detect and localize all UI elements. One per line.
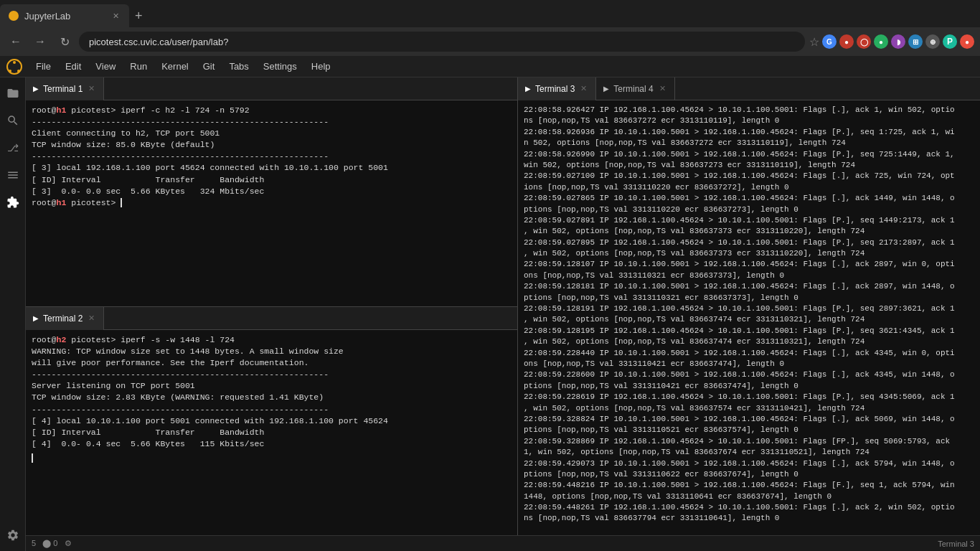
new-tab-button[interactable]: + xyxy=(129,4,149,27)
terminal-1-label: Terminal 1 xyxy=(43,84,83,94)
browser-tab-close[interactable]: ✕ xyxy=(110,11,121,21)
ext-icon-4[interactable]: ● xyxy=(874,34,888,49)
terminal-1-line-6: [ 3] local 192.168.1.100 port 45624 conn… xyxy=(32,163,388,172)
forward-button[interactable]: → xyxy=(30,32,50,52)
menu-git[interactable]: Git xyxy=(196,58,222,75)
t3-l6: 22:08:59.027891 IP 192.168.1.100.45624 >… xyxy=(524,216,955,225)
terminal-1-tab-bar: ▶ Terminal 1 ✕ xyxy=(26,77,517,100)
terminal-2-tab-bar: ▶ Terminal 2 ✕ xyxy=(26,307,517,330)
terminal-3-close[interactable]: ✕ xyxy=(579,84,588,93)
right-tab-bar: ▶ Terminal 3 ✕ ▶ Terminal 4 ✕ xyxy=(518,77,980,100)
status-circle-icon: ⬤ xyxy=(42,539,51,547)
menu-settings[interactable]: Settings xyxy=(256,58,304,75)
status-count: 5 xyxy=(32,539,36,547)
terminal-4-tab[interactable]: ▶ Terminal 4 ✕ xyxy=(596,77,674,100)
ext-icon-5[interactable]: ◗ xyxy=(891,34,905,49)
t3-l3b: win 502, options [nop,nop,TS val 8366372… xyxy=(524,161,855,169)
t2-warn1: WARNING: TCP window size set to 1448 byt… xyxy=(32,347,344,356)
terminal-3-icon: ▶ xyxy=(525,85,531,93)
t3-l5: 22:08:59.027865 IP 10.10.1.100.5001 > 19… xyxy=(524,194,955,202)
terminal-2-body[interactable]: root@h2 picotest> iperf -s -w 1448 -l 72… xyxy=(26,330,517,535)
activity-bar: ⎇ xyxy=(0,77,26,551)
t2-hl: h2 xyxy=(57,335,67,344)
menu-run[interactable]: Run xyxy=(123,58,154,75)
t3-l11: 22:08:59.128195 IP 192.168.1.100.45624 >… xyxy=(524,326,955,335)
sidebar-item-search[interactable] xyxy=(3,110,23,131)
terminal-3-tab[interactable]: ▶ Terminal 3 ✕ xyxy=(518,77,596,100)
t2-line9: [ 4] 0.0- 0.4 sec 5.66 KBytes 115 Kbits/… xyxy=(32,439,264,448)
t3-l8: 22:08:59.128107 IP 10.10.1.100.5001 > 19… xyxy=(524,260,955,268)
back-button[interactable]: ← xyxy=(6,32,26,52)
browser-chrome: JupyterLab ✕ + ← → ↻ ☆ G ● ◯ ● ◗ ⊞ ⊕ P ● xyxy=(0,0,980,56)
t2-line5: TCP window size: 2.83 KByte (WARNING: re… xyxy=(32,392,324,402)
terminal-1-prompt-rest: picotest> iperf -c h2 -l 724 -n 5792 xyxy=(66,105,249,115)
menu-view[interactable]: View xyxy=(88,58,123,75)
browser-tab-title: JupyterLab xyxy=(24,11,70,22)
t2-line3: ----------------------------------------… xyxy=(32,369,329,379)
sidebar-item-property[interactable] xyxy=(3,165,23,185)
menu-kernel[interactable]: Kernel xyxy=(154,58,196,75)
terminal-2-label: Terminal 2 xyxy=(43,314,83,324)
t3-l3: 22:08:58.926990 IP 10.10.1.100.5001 > 19… xyxy=(524,150,955,159)
t3-l10b: , win 502, options [nop,nop,TS val 83663… xyxy=(524,315,864,324)
svg-point-3 xyxy=(17,70,20,72)
t3-l16b: 1, win 502, options [nop,nop,TS val 8366… xyxy=(524,448,870,456)
terminal-1-hl-h1: h1 xyxy=(57,105,67,115)
t3-l16: 22:08:59.328869 IP 192.168.1.100.45624 >… xyxy=(524,437,950,446)
t2-root: root@ xyxy=(32,335,57,344)
t3-l19: 22:08:59.448261 IP 192.168.1.100.45624 >… xyxy=(524,503,955,512)
terminal-4-close[interactable]: ✕ xyxy=(658,84,667,93)
url-input[interactable] xyxy=(79,32,805,52)
terminal-1-icon: ▶ xyxy=(33,85,39,93)
t3-l11b: , win 502, options [nop,nop,TS val 83663… xyxy=(524,337,864,346)
sidebar-item-git[interactable]: ⎇ xyxy=(3,138,23,158)
terminal-4-icon: ▶ xyxy=(603,85,609,93)
reload-button[interactable]: ↻ xyxy=(55,32,75,52)
menu-edit[interactable]: Edit xyxy=(58,58,88,75)
t2-cursor xyxy=(32,453,512,464)
t2-line4: Server listening on TCP port 5001 xyxy=(32,381,195,390)
t3-l15b: ptions [nop,nop,TS val 3313110521 ecr 83… xyxy=(524,425,798,434)
ext-icon-8[interactable]: ● xyxy=(960,34,974,49)
menu-file[interactable]: File xyxy=(29,58,58,75)
terminal-1-line-4: TCP window size: 85.0 KByte (default) xyxy=(32,140,215,149)
sidebar-item-folder[interactable] xyxy=(3,83,23,103)
terminal-1-prompt2-root: root@ xyxy=(32,198,57,207)
user-avatar[interactable]: P xyxy=(943,34,957,49)
t3-l4b: ions [nop,nop,TS val 3313110220 ecr 8366… xyxy=(524,183,789,192)
t3-l6b: , win 502, options [nop,nop,TS val 83663… xyxy=(524,227,864,235)
ext-icon-7[interactable]: ⊕ xyxy=(925,34,940,49)
ext-icon-2[interactable]: ● xyxy=(839,34,854,49)
browser-tab-active[interactable]: JupyterLab ✕ xyxy=(0,4,129,27)
terminal-2-tab[interactable]: ▶ Terminal 2 ✕ xyxy=(26,307,104,330)
status-terminal-label: Terminal 3 xyxy=(938,540,974,548)
browser-tab-bar: JupyterLab ✕ + xyxy=(0,0,980,27)
terminal-1-body[interactable]: root@h1 picotest> iperf -c h2 -l 724 -n … xyxy=(26,100,517,306)
t3-l9: 22:08:59.128181 IP 10.10.1.100.5001 > 19… xyxy=(524,282,955,291)
menu-help[interactable]: Help xyxy=(304,58,338,75)
t3-l7: 22:08:59.027895 IP 192.168.1.100.45624 >… xyxy=(524,238,955,247)
terminal-3-body[interactable]: 22:08:58.926427 IP 192.168.1.100.45624 >… xyxy=(518,100,980,535)
terminal-2-icon: ▶ xyxy=(33,314,39,322)
terminal-1-tab[interactable]: ▶ Terminal 1 ✕ xyxy=(26,77,104,100)
menu-tabs[interactable]: Tabs xyxy=(222,58,255,75)
jupyter-logo xyxy=(6,58,23,75)
terminal-1-close[interactable]: ✕ xyxy=(87,84,96,93)
ext-icon-3[interactable]: ◯ xyxy=(857,34,871,49)
svg-point-1 xyxy=(13,61,16,64)
terminal-3-label: Terminal 3 xyxy=(535,84,575,94)
google-ext-icon[interactable]: G xyxy=(822,34,837,49)
bookmark-icon[interactable]: ☆ xyxy=(809,35,819,49)
ext-icon-6[interactable]: ⊞ xyxy=(908,34,923,49)
t2-cmd: picotest> iperf -s -w 1448 -l 724 xyxy=(66,335,235,344)
jupyter-app: File Edit View Run Kernel Git Tabs Setti… xyxy=(0,56,980,551)
sidebar-item-settings[interactable] xyxy=(3,525,23,545)
sidebar-item-extensions[interactable] xyxy=(3,192,23,212)
terminal-2-close[interactable]: ✕ xyxy=(87,314,96,323)
t3-l10: 22:08:59.128191 IP 192.168.1.100.45624 >… xyxy=(524,304,955,313)
terminal-2-pane: ▶ Terminal 2 ✕ root@h2 picotest> iperf -… xyxy=(26,307,517,535)
t3-l9b: ptions [nop,nop,TS val 3313110321 ecr 83… xyxy=(524,293,798,302)
t3-l4: 22:08:59.027100 IP 10.10.1.100.5001 > 19… xyxy=(524,171,955,180)
t3-l8b: ons [nop,nop,TS val 3313110321 ecr 83663… xyxy=(524,271,784,280)
t3-l18: 22:08:59.448216 IP 10.10.1.100.5001 > 19… xyxy=(524,481,955,489)
